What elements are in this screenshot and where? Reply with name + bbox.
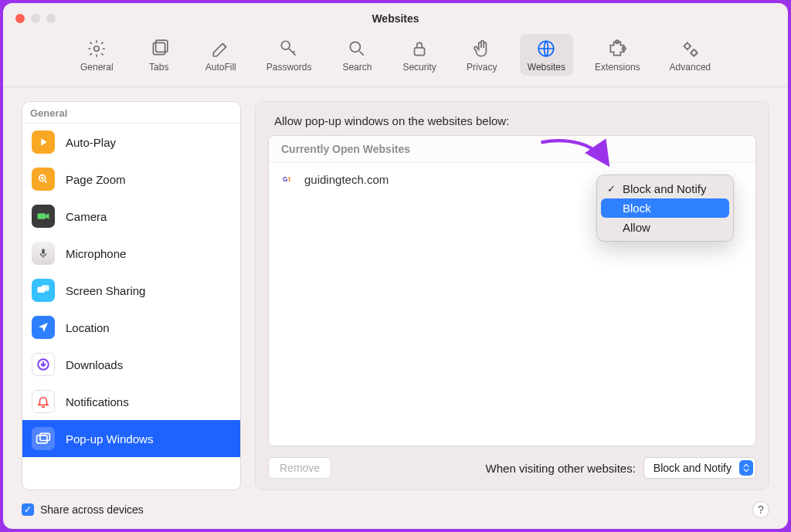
hand-icon (472, 39, 492, 59)
sidebar-item-label: Downloads (66, 358, 123, 371)
sidebar-item-label: Auto-Play (66, 136, 116, 149)
checkbox-checked-icon: ✓ (22, 503, 34, 516)
select-stepper-icon (739, 460, 753, 476)
tab-autofill[interactable]: AutoFill (197, 34, 245, 76)
sidebar-section-header: General (22, 102, 240, 124)
titlebar: Websites (3, 3, 788, 34)
default-policy-select[interactable]: Block and Notify (643, 457, 756, 479)
tab-general[interactable]: General (73, 34, 121, 76)
tab-label: Websites (528, 62, 565, 73)
popup-option-allow[interactable]: Allow (601, 218, 729, 237)
tab-label: Security (402, 62, 436, 73)
popup-windows-icon (32, 427, 55, 450)
sites-list-header: Currently Open Websites (269, 136, 755, 163)
select-value: Block and Notify (654, 462, 732, 474)
sidebar-item-notifications[interactable]: Notifications (22, 383, 240, 420)
sidebar-item-label: Microphone (66, 247, 126, 260)
main-panel: Allow pop-up windows on the websites bel… (255, 101, 769, 490)
tab-label: Privacy (467, 62, 497, 73)
svg-point-3 (281, 41, 290, 49)
sidebar-item-autoplay[interactable]: Auto-Play (22, 124, 240, 161)
tab-passwords[interactable]: Passwords (259, 34, 320, 76)
sidebar-item-label: Camera (66, 210, 107, 223)
tab-label: Extensions (595, 62, 640, 73)
site-favicon-icon: Gt (283, 172, 297, 186)
globe-icon (536, 39, 556, 59)
tab-extensions[interactable]: Extensions (587, 34, 648, 76)
svg-rect-2 (155, 40, 167, 52)
autofill-icon (211, 39, 231, 59)
svg-point-9 (685, 44, 691, 49)
tab-search[interactable]: Search (333, 34, 381, 76)
screens-icon (32, 279, 55, 302)
checkmark-icon (606, 183, 616, 195)
websites-list-box: Currently Open Websites Gt guidingtech.c… (268, 135, 756, 446)
window-footer: ✓ Share across devices ? (3, 496, 788, 529)
categories-sidebar: General Auto-Play Page Zoom (22, 101, 241, 490)
sidebar-item-label: Pop-up Windows (66, 432, 153, 446)
gears-icon (680, 39, 700, 59)
default-policy-label: When visiting other websites: (486, 462, 636, 475)
svg-rect-13 (42, 249, 45, 254)
sidebar-item-camera[interactable]: Camera (22, 198, 240, 235)
site-domain: guidingtech.com (304, 173, 389, 186)
svg-point-0 (94, 46, 100, 52)
sidebar-item-location[interactable]: Location (22, 309, 240, 346)
download-icon (32, 353, 55, 376)
sidebar-item-label: Page Zoom (66, 173, 126, 186)
popup-option-label: Block (623, 202, 651, 215)
tab-security[interactable]: Security (395, 34, 443, 76)
zoom-window-button[interactable] (46, 14, 56, 23)
search-icon (347, 39, 367, 59)
preferences-toolbar: General Tabs AutoFill Passwords Search (3, 34, 788, 87)
tab-label: Passwords (266, 62, 312, 73)
tab-label: Advanced (670, 62, 711, 73)
sidebar-item-microphone[interactable]: Microphone (22, 235, 240, 272)
tab-label: General (80, 62, 114, 73)
svg-rect-17 (37, 435, 47, 443)
tab-privacy[interactable]: Privacy (458, 34, 506, 76)
sidebar-item-pagezoom[interactable]: Page Zoom (22, 161, 240, 198)
sidebar-item-popup-windows[interactable]: Pop-up Windows (22, 420, 240, 457)
camera-icon (32, 205, 55, 228)
sidebar-item-screensharing[interactable]: Screen Sharing (22, 272, 240, 309)
preferences-window: Websites General Tabs AutoFill Password (3, 3, 788, 529)
key-icon (279, 39, 299, 59)
popup-option-block-and-notify[interactable]: Block and Notify (601, 179, 729, 198)
gear-icon (87, 39, 107, 59)
popup-option-label: Block and Notify (623, 182, 706, 195)
remove-button[interactable]: Remove (268, 457, 331, 479)
help-icon: ? (758, 503, 764, 516)
svg-rect-1 (153, 42, 165, 54)
svg-rect-12 (38, 213, 46, 219)
share-across-devices-row[interactable]: ✓ Share across devices (22, 503, 144, 516)
tabs-icon (149, 39, 169, 59)
sidebar-item-downloads[interactable]: Downloads (22, 346, 240, 383)
sidebar-item-label: Notifications (66, 395, 129, 408)
content-area: General Auto-Play Page Zoom (3, 87, 788, 496)
window-controls (3, 14, 56, 23)
sidebar-list: Auto-Play Page Zoom Camera (22, 124, 240, 490)
tab-websites[interactable]: Websites (520, 34, 573, 76)
default-policy-section: When visiting other websites: Block and … (486, 457, 756, 479)
minimize-window-button[interactable] (31, 14, 40, 23)
tab-label: Search (342, 62, 372, 73)
play-icon (32, 130, 55, 154)
lock-icon (409, 39, 429, 59)
location-arrow-icon (32, 316, 55, 339)
svg-text:G: G (283, 175, 288, 183)
bell-icon (32, 390, 55, 413)
help-button[interactable]: ? (752, 501, 769, 518)
close-window-button[interactable] (15, 14, 25, 23)
svg-point-4 (351, 42, 361, 52)
tab-tabs[interactable]: Tabs (135, 34, 183, 76)
checkbox-label: Share across devices (40, 503, 144, 516)
actions-row: Remove When visiting other websites: Blo… (268, 457, 756, 479)
puzzle-icon (607, 39, 627, 59)
svg-text:t: t (288, 175, 290, 183)
zoom-icon (32, 168, 55, 191)
popup-option-block[interactable]: Block (601, 198, 729, 218)
site-policy-popup-menu: Block and Notify Block Allow (596, 175, 734, 242)
tab-advanced[interactable]: Advanced (662, 34, 718, 76)
svg-point-10 (691, 50, 697, 56)
